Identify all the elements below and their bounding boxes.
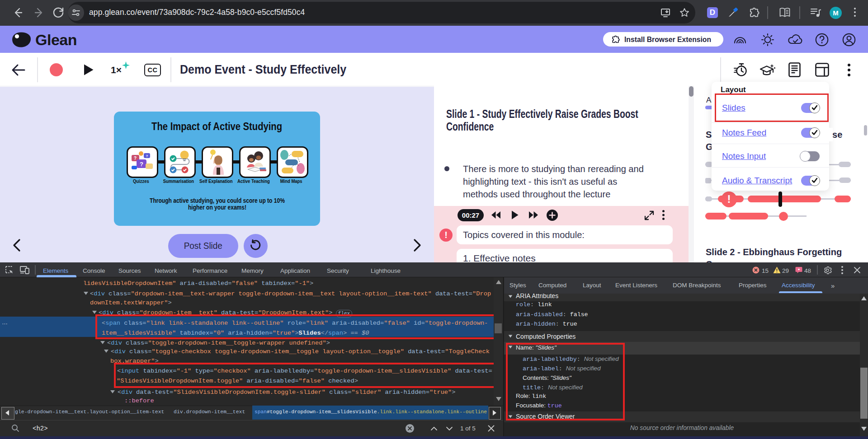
svg-text:?: ?: [134, 156, 137, 161]
svg-text:?: ?: [146, 154, 148, 158]
svg-text:?: ?: [140, 161, 143, 168]
